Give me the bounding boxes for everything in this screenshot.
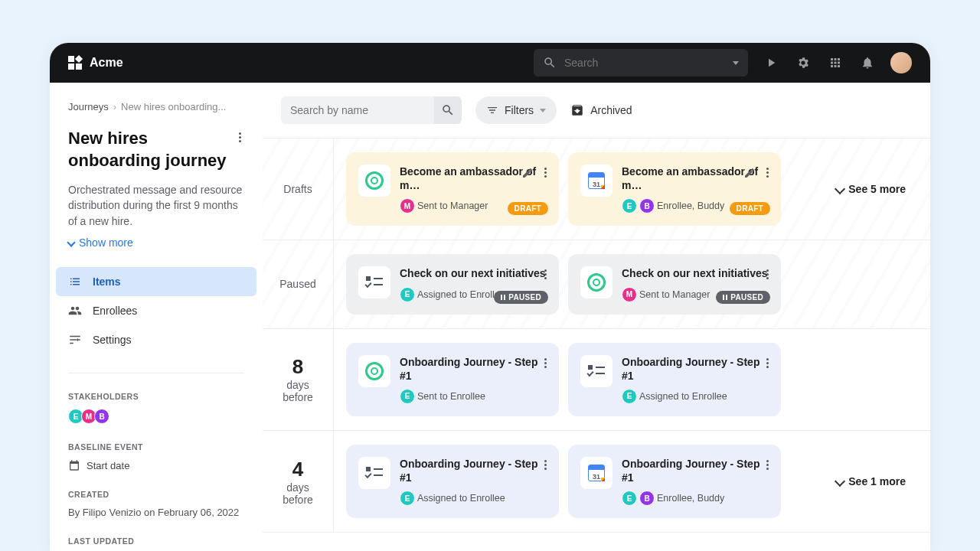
- card-type-icon: [358, 457, 390, 489]
- chip-M: M: [400, 198, 415, 214]
- journey-title: New hires onboarding journey: [68, 128, 230, 171]
- search-dropdown-icon[interactable]: [733, 61, 739, 65]
- app-frame: Acme Journeys › New hires onboarding... …: [50, 43, 930, 551]
- section-cards: Become an ambassador of m… M Sent to Man…: [333, 139, 930, 240]
- brand-logo[interactable]: Acme: [68, 56, 123, 70]
- calendar-icon: [588, 172, 605, 189]
- chevron-right-icon: ›: [113, 101, 116, 112]
- card-title: Onboarding Journey - Step #1: [400, 457, 547, 484]
- section-row: Paused Check on our next initiatives E A…: [263, 240, 930, 328]
- section-cards: Check on our next initiatives E Assigned…: [333, 240, 930, 328]
- stakeholders-label: STAKEHOLDERS: [68, 392, 244, 401]
- baseline-label: BASELINE EVENT: [68, 442, 244, 452]
- see-more-button[interactable]: See 5 more: [836, 183, 906, 195]
- card-title: Check on our next initiatives: [622, 266, 769, 280]
- card-more-menu[interactable]: [763, 163, 772, 182]
- chip-E: E: [622, 389, 637, 404]
- filter-icon: [486, 104, 498, 116]
- stakeholder-chips: E M B: [68, 409, 244, 424]
- calendar-icon: [68, 459, 80, 471]
- edit-icon[interactable]: [521, 167, 534, 179]
- name-search-input[interactable]: [290, 104, 425, 116]
- global-search-input[interactable]: [564, 57, 725, 69]
- brand-name: Acme: [90, 56, 123, 70]
- apps-button[interactable]: [826, 54, 844, 72]
- journey-card[interactable]: Become an ambassador of m… EB Enrollee, …: [568, 152, 781, 226]
- card-type-icon: [358, 266, 390, 298]
- target-icon: [365, 362, 384, 380]
- card-meta: EB Enrollee, Buddy: [622, 491, 769, 506]
- section-label: 4daysbefore: [263, 431, 333, 532]
- breadcrumb: Journeys › New hires onboarding...: [68, 101, 244, 112]
- filters-button[interactable]: Filters: [475, 96, 557, 124]
- card-meta: E Assigned to Enrollee: [400, 491, 547, 506]
- section-cards: Onboarding Journey - Step #1 E Assigned …: [333, 431, 930, 532]
- sidebar: Journeys › New hires onboarding... New h…: [50, 83, 263, 551]
- card-more-menu[interactable]: [763, 265, 772, 284]
- see-more-button[interactable]: See 1 more: [836, 475, 906, 487]
- journey-more-menu[interactable]: [236, 128, 244, 147]
- journey-card[interactable]: Become an ambassador of m… M Sent to Man…: [346, 152, 559, 226]
- card-more-menu[interactable]: [763, 354, 772, 373]
- card-more-menu[interactable]: [763, 455, 772, 474]
- section-row: Drafts Become an ambassador of m… M Sent…: [263, 139, 930, 240]
- archived-button[interactable]: Archived: [570, 103, 632, 117]
- target-icon: [365, 171, 384, 190]
- calendar-icon: [588, 465, 605, 481]
- global-search[interactable]: [534, 49, 748, 77]
- task-icon: [366, 467, 383, 479]
- section-label: 8daysbefore: [263, 329, 333, 430]
- journey-card[interactable]: Onboarding Journey - Step #1 EB Enrollee…: [568, 445, 781, 518]
- card-type-icon: [358, 165, 390, 197]
- people-icon: [68, 304, 82, 318]
- card-title: Check on our next initiatives: [400, 266, 547, 280]
- chevron-down-icon: [540, 109, 546, 112]
- chevron-down-icon: [835, 184, 845, 194]
- created-label: CREATED: [68, 490, 244, 499]
- target-icon: [587, 273, 606, 292]
- name-search[interactable]: [281, 96, 434, 124]
- tune-icon: [68, 333, 82, 347]
- chip-buddy: B: [94, 409, 109, 424]
- notifications-button[interactable]: [858, 54, 877, 72]
- journey-card[interactable]: Check on our next initiatives M Sent to …: [568, 254, 781, 314]
- edit-icon[interactable]: [743, 167, 756, 179]
- logo-icon: [68, 56, 82, 70]
- journey-card[interactable]: Onboarding Journey - Step #1 E Sent to E…: [346, 343, 559, 416]
- nav-items[interactable]: Items: [56, 267, 256, 296]
- draft-badge: DRAFT: [730, 202, 770, 215]
- nav-enrollees[interactable]: Enrollees: [56, 296, 256, 325]
- chip-B: B: [639, 198, 655, 214]
- chip-M: M: [622, 287, 637, 302]
- play-button[interactable]: [762, 54, 780, 72]
- toolbar: Filters Archived: [263, 83, 930, 138]
- card-more-menu[interactable]: [541, 265, 550, 284]
- show-more-button[interactable]: Show more: [68, 236, 244, 249]
- journey-card[interactable]: Check on our next initiatives E Assigned…: [346, 254, 559, 314]
- card-type-icon: [358, 355, 390, 387]
- settings-button[interactable]: [794, 54, 812, 72]
- card-title: Onboarding Journey - Step #1: [400, 355, 547, 383]
- last-updated-label: LAST UPDATED: [68, 536, 244, 546]
- archive-icon: [570, 103, 584, 117]
- nav-settings[interactable]: Settings: [56, 325, 256, 354]
- sidebar-nav: Items Enrollees Settings: [50, 267, 263, 354]
- task-icon: [588, 365, 605, 377]
- section-row: 4daysbefore Onboarding Journey - Step #1…: [263, 431, 930, 533]
- journey-card[interactable]: Onboarding Journey - Step #1 E Assigned …: [568, 343, 781, 416]
- card-more-menu[interactable]: [541, 354, 550, 373]
- chip-E: E: [400, 287, 415, 302]
- card-more-menu[interactable]: [541, 455, 550, 474]
- task-icon: [366, 276, 383, 289]
- breadcrumb-root[interactable]: Journeys: [68, 101, 109, 112]
- chip-B: B: [639, 491, 655, 506]
- section-label: Drafts: [263, 139, 333, 240]
- card-more-menu[interactable]: [541, 163, 550, 182]
- user-avatar[interactable]: [890, 52, 912, 73]
- journey-card[interactable]: Onboarding Journey - Step #1 E Assigned …: [346, 445, 559, 518]
- paused-badge: PAUSED: [494, 291, 548, 304]
- name-search-button[interactable]: [434, 96, 462, 124]
- chip-E: E: [622, 491, 637, 506]
- paused-badge: PAUSED: [716, 291, 770, 304]
- section-cards: Onboarding Journey - Step #1 E Sent to E…: [333, 329, 930, 430]
